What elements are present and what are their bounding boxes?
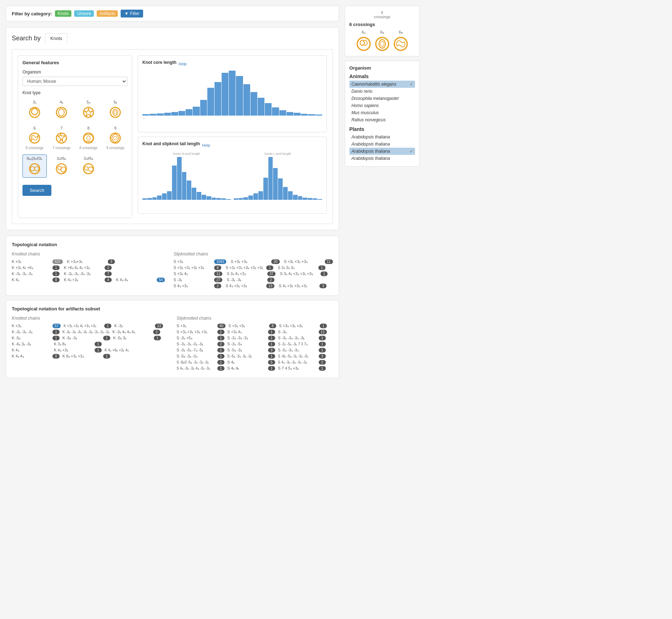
artifact-knotted-col: Knotted chains K +3₁ 57 K +3₁ +3₁ 4₁ +3₁…	[12, 316, 168, 372]
topo-row: K -3₁ -3₁ -3₁ 1 K -3₁ -3₁ -3₁ -3₁ -3₁ -3…	[12, 330, 168, 334]
topo-slipknotted-col: Slipknotted chains S +3₁ 1043 S +3₁ +3₁ …	[173, 252, 333, 290]
organism-item-homo[interactable]: Homo sapiens	[349, 102, 415, 109]
knot-item-31-52[interactable]: 3₁#5₂	[76, 154, 101, 178]
search-button[interactable]: Search	[22, 185, 51, 196]
organism-item-caenorhabditis[interactable]: Caenorhabditis elegans ✓	[349, 81, 415, 88]
knot-item-820[interactable]: 8₂₀|3₁#3₁	[22, 154, 47, 178]
knot-item-51[interactable]: 5₁	[76, 98, 101, 121]
bar	[283, 187, 288, 200]
knot-item-6[interactable]: 6 6 crossings	[22, 124, 47, 152]
bar	[164, 113, 171, 116]
bar	[236, 76, 243, 116]
bar	[301, 114, 308, 116]
crossings-title: 6 crossings	[349, 22, 415, 27]
core-chart-area: <0	[142, 71, 322, 128]
tail-right-label: knots L-end length	[234, 152, 322, 156]
tail-chart-area: knots N-end length	[142, 152, 322, 209]
svg-point-25	[380, 41, 384, 46]
bar	[142, 198, 147, 200]
topo-title: Topological notation	[12, 242, 333, 247]
bar	[229, 71, 236, 116]
organism-item-rattus[interactable]: Rattus norvegicus	[349, 116, 415, 123]
topo-artifacts-section: Topological notation for artifacts subse…	[6, 300, 339, 378]
organism-item-arabidopsis1[interactable]: Arabidopsis thaliana	[349, 133, 415, 141]
bar	[318, 199, 322, 200]
bar	[248, 196, 253, 200]
bar	[222, 73, 228, 116]
svg-point-15	[35, 167, 39, 171]
tail-length-chart: Knot and slipknot tail length Help knots…	[138, 137, 327, 214]
organism-select[interactable]: Human; Mouse	[22, 77, 127, 86]
bar	[162, 193, 167, 200]
knot-img-31-52	[81, 162, 96, 176]
topo-row: S +3₁ 1043 S +3₁ +3₁ 20 S +3₁ +3₁ +3₁ 11	[173, 259, 333, 264]
knot-item-52[interactable]: 5₂	[103, 98, 128, 121]
topo-row: S +3₁ +3₁ +3₁ +3₁ 8 S +3₁ +3₁ +3₁ +3₁ +3…	[173, 265, 333, 270]
knot-item-31-51[interactable]: 3₁#5₁	[50, 154, 74, 178]
organism-panel: Organism Animals Caenorhabditis elegans …	[345, 61, 420, 167]
bar	[212, 198, 216, 200]
topo-row: K +3₁ 4₁ +6₁ 1 K +6₁ 6₁ 4₁ +3₁ 2	[12, 265, 165, 270]
knot-item-8[interactable]: 8 8 crossings	[76, 124, 101, 152]
svg-point-10	[87, 136, 90, 140]
topo-row: S -3₁ -3₁ -3₁ -3₁ 2 S -3₁ -5₁ 1 S -3₁ -5…	[177, 342, 333, 346]
knot-item-7[interactable]: 7 7 crossings	[50, 124, 74, 152]
knot-item-41[interactable]: 4₁	[50, 98, 74, 121]
organism-item-drosophila[interactable]: Drosophila melanogaster	[349, 95, 415, 102]
organism-item-arabidopsis3[interactable]: Arabidopsis thaliana ✓	[349, 148, 415, 155]
topo-row: S -3₁ -5₂ -7₈ -5₁ 1 S -5₁ -3₁ 3 S -5₁ -3…	[177, 348, 333, 352]
knot-item-31[interactable]: 3₁	[22, 98, 47, 121]
artifact-slipknotted-title: Slipknotted chains	[177, 316, 333, 321]
search-inner: General features Organism Human; Mouse K…	[12, 49, 333, 224]
tab-knots[interactable]: Knots	[45, 33, 67, 44]
knot-img-31-51	[54, 162, 69, 176]
tail-chart-help[interactable]: Help	[202, 143, 210, 147]
crossing-img-62	[374, 36, 390, 52]
general-features-panel: General features Organism Human; Mouse K…	[18, 55, 132, 218]
knot-img-6	[27, 131, 42, 145]
knot-type-label: Knot type	[22, 90, 127, 95]
bar	[216, 198, 221, 200]
search-by-section: Search by Knots General features Organis…	[6, 27, 339, 230]
bar	[182, 172, 187, 200]
bar	[178, 111, 185, 116]
search-by-title: Search by	[12, 35, 41, 42]
svg-point-14	[30, 167, 35, 171]
crossings-header: 6 crossings	[349, 10, 415, 19]
filter-bar: Filter by category: Knots Unsure Artifac…	[6, 6, 339, 21]
bar	[239, 198, 243, 200]
bar	[272, 107, 279, 116]
topo-row: K -6₁ 3₁ -3₁ K 3₁ 8₂ 1	[12, 342, 168, 346]
badge-unsure[interactable]: Unsure	[74, 10, 94, 17]
bar	[172, 166, 177, 200]
knot-img-51	[81, 105, 96, 120]
knot-item-9[interactable]: 9 9 crossings	[103, 124, 128, 152]
bar	[287, 112, 293, 116]
organism-item-danio[interactable]: Danio rerio	[349, 88, 415, 95]
svg-point-2	[59, 109, 64, 116]
bar	[273, 168, 278, 200]
organism-item-arabidopsis4[interactable]: Arabidopsis thaliana	[349, 155, 415, 162]
general-features-title: General features	[22, 60, 127, 65]
crossing-item-63[interactable]: 6₃	[393, 30, 409, 52]
badge-artifacts[interactable]: Artifacts	[97, 10, 118, 17]
crossing-item-62[interactable]: 6₂	[374, 30, 390, 52]
topo-row: S +3₁ +3₁ +3₁ +3₁ 1 S +3₁ 4₁ 1 S -3₁ 11	[177, 330, 333, 334]
organism-item-arabidopsis2[interactable]: Arabidopsis thaliana	[349, 141, 415, 148]
topo-row: S -5₂ -3₁ -3₁ 1 S -5₂ -3₁ -3₁ -3₁ 1 S -8…	[177, 354, 333, 359]
bar	[315, 115, 322, 116]
crossing-item-61[interactable]: 6₁	[356, 30, 372, 52]
topo-row: K 4₁ 4₁ 8 K 8₂ +3₁ +3₁ 1	[12, 354, 168, 359]
filter-button[interactable]: ▼ Filter	[121, 10, 143, 17]
knot-img-820	[27, 162, 42, 176]
topo-row: S -8₂0 -5₁ -3₁ -3₁ -3₁ 1 S 4₁ 5 S 4₁ -3₁…	[177, 360, 333, 365]
bar	[243, 197, 248, 200]
organism-item-mus[interactable]: Mus musculus	[349, 109, 415, 116]
topo-row: K 4₁ K 4₁ +3₁ 1 K 4₁ +6₂ +3₁ 4₁	[12, 348, 168, 352]
topo-row: S -3₁ +5₁ 1 S -3₁ -3₁ -3₁ 1 S -3₁ -3₁ -3…	[177, 336, 333, 340]
knot-img-41	[54, 105, 69, 120]
badge-knots[interactable]: Knots	[55, 10, 72, 17]
svg-point-7	[30, 133, 40, 143]
core-chart-help[interactable]: Help	[178, 62, 187, 66]
tail-right-chart: knots L-end length	[234, 152, 322, 209]
